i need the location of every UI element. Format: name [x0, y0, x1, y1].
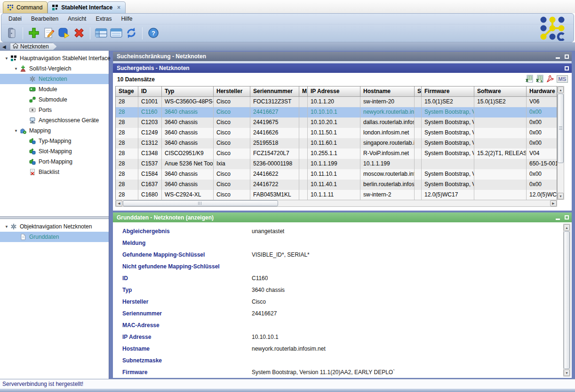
maximize-panel-icon[interactable] [565, 55, 569, 59]
tree-item-soll-ist-vergleich[interactable]: ▼Soll/Ist-Vergleich [0, 63, 109, 74]
tree-item-ports[interactable]: Ports [0, 105, 109, 115]
tab-stablenet-interface[interactable]: StableNet Interface × [48, 1, 126, 13]
tree-item-blacklist[interactable]: Blacklist [0, 167, 109, 177]
tree-item-netzknoten[interactable]: Netzknoten [0, 74, 109, 84]
menu-extras[interactable]: Extras [91, 14, 116, 24]
horizontal-scroll-thumb[interactable] [123, 200, 278, 206]
tree-item-objektnavigation-netzknoten[interactable]: ▼Objektnavigation Netzknoten [0, 221, 109, 232]
menu-ansicht[interactable]: Ansicht [64, 14, 90, 24]
help-button[interactable]: ? [146, 26, 161, 41]
minimize-panel-icon[interactable] [556, 219, 560, 220]
tree-item-angeschlossene-ger-te[interactable]: Angeschlossene Geräte [0, 115, 109, 125]
table-row[interactable]: 28C11603640 chassisCisco2441662710.10.10… [116, 107, 557, 118]
column-header-hostname[interactable]: Hostname [360, 86, 415, 97]
scroll-down-icon[interactable]: ▼ [558, 193, 564, 199]
pdf-export-icon[interactable] [546, 75, 554, 83]
table-view-button[interactable] [94, 26, 109, 41]
table-cell: Ixia [214, 159, 250, 169]
expand-caret-icon[interactable]: ▼ [12, 67, 20, 71]
vertical-scroll-thumb[interactable] [558, 94, 564, 163]
column-header-stage[interactable]: Stage [116, 86, 138, 97]
tree-item-grunddaten[interactable]: Grunddaten [0, 232, 109, 242]
vertical-scroll-thumb[interactable] [564, 231, 570, 369]
table-cell: 28 [116, 149, 138, 159]
maximize-panel-icon[interactable] [565, 66, 569, 71]
table-cell [415, 128, 422, 138]
excel-export-icon[interactable] [526, 75, 534, 83]
table-row[interactable]: 28C16373640 chassisCisco2441672210.11.40… [116, 180, 557, 190]
excel-csv-export-icon[interactable]: a [536, 75, 544, 83]
table-row[interactable]: 28C1348CISCO2951/K9CiscoFCZ154720L710.25… [116, 149, 557, 159]
tree-item-hauptnavigation-stablenet-interface[interactable]: ▼Hauptnavigation StableNet Interface [0, 53, 109, 63]
tree-item-typ-mapping[interactable]: Typ-Mapping [0, 136, 109, 146]
menu-bearbeiten[interactable]: Bearbeiten [27, 14, 63, 24]
field-row-nicht-gefundene-mapping-schl-ssel: Nicht gefundene Mapping-Schlüssel [122, 260, 560, 272]
main-navigation-tree: ▼Hauptnavigation StableNet Interface▼Sol… [0, 51, 109, 216]
menu-datei[interactable]: Datei [4, 14, 26, 24]
column-header-su[interactable]: Su [415, 86, 422, 97]
table-cell: 28 [116, 190, 138, 200]
delete-icon [73, 27, 85, 40]
table-cell [415, 97, 422, 107]
tree-item-slot-mapping[interactable]: Slot-Mapping [0, 146, 109, 157]
scroll-right-icon[interactable]: ▶ [550, 200, 557, 206]
expand-caret-icon[interactable]: ▼ [3, 56, 10, 61]
expand-caret-icon[interactable]: ▼ [3, 225, 10, 229]
table-row[interactable]: 28C1001WS-C3560G-48PS-SCiscoFOC1312Z3ST1… [116, 97, 557, 107]
table-row[interactable]: 28C13123640 chassisCisco2519551810.11.60… [116, 138, 557, 149]
table-cell: 10.11.50.1 [308, 128, 360, 138]
tab-command[interactable]: Command [3, 1, 48, 13]
add-button[interactable] [26, 26, 41, 41]
tree-item-label: Mapping [28, 127, 51, 134]
form-view-button[interactable] [109, 26, 124, 41]
column-header-seriennummer[interactable]: Seriennummer [250, 86, 299, 97]
column-header-hardware[interactable]: Hardware [527, 86, 558, 97]
field-label: Hersteller [122, 298, 252, 305]
refresh-button[interactable] [124, 26, 139, 41]
column-header-typ[interactable]: Typ [162, 86, 214, 97]
scroll-down-icon[interactable]: ▼ [564, 369, 570, 376]
table-cell: FOC1312Z3ST [250, 97, 299, 107]
horizontal-scrollbar[interactable]: ◀ ▶ [115, 200, 557, 207]
close-tab-icon[interactable]: × [117, 4, 120, 11]
back-arrow-icon[interactable]: ◀ [2, 44, 8, 49]
vertical-scrollbar[interactable]: ▲ ▼ [563, 224, 570, 376]
menu-hilfe[interactable]: Hilfe [117, 14, 136, 24]
tree-item-port-mapping[interactable]: Port-Mapping [0, 157, 109, 167]
table-row[interactable]: 28C15843640 chassisCisco2441662210.11.10… [116, 169, 557, 180]
tree-item-module[interactable]: Module [0, 84, 109, 94]
tree-item-submodule[interactable]: Submodule [0, 94, 109, 105]
table-cell: C1348 [138, 149, 162, 159]
panel-header-sucheinschraenkung[interactable]: Sucheinschränkung - Netzknoten [113, 52, 572, 61]
vertical-scrollbar[interactable]: ▲ ▼ [557, 86, 564, 200]
scroll-left-icon[interactable]: ◀ [116, 200, 122, 206]
expand-caret-icon[interactable]: ▼ [12, 129, 20, 133]
table-row[interactable]: 28C1680WS-C2924-XLCiscoFAB0453M1KL10.1.1… [116, 190, 557, 200]
column-header-hersteller[interactable]: Hersteller [214, 86, 250, 97]
column-header-m[interactable]: M [299, 86, 308, 97]
table-cell: Cisco [214, 169, 250, 180]
field-value: 10.10.10.1 [252, 334, 279, 340]
tree-item-mapping[interactable]: ▼Mapping [0, 125, 109, 136]
scroll-up-icon[interactable]: ▲ [558, 86, 564, 93]
scroll-up-icon[interactable]: ▲ [564, 224, 570, 231]
table-row[interactable]: 28C12493640 chassisCisco2441662610.11.50… [116, 128, 557, 138]
exit-button[interactable] [4, 26, 19, 41]
minimize-panel-icon[interactable] [556, 57, 560, 59]
table-cell: 3640 chassis [162, 128, 214, 138]
panel-header-suchergebnis[interactable]: Suchergebnis - Netzknoten [113, 63, 572, 73]
column-header-id[interactable]: ID [138, 86, 162, 97]
delete-button[interactable] [72, 26, 87, 41]
panel-header-grunddaten[interactable]: Grunddaten - Netzknoten (anzeigen) [113, 212, 572, 222]
ms-export-button[interactable]: MS [557, 75, 568, 83]
table-row[interactable]: 28C12033640 chassisCisco2441967510.10.20… [116, 118, 557, 128]
breadcrumb-item-netzknoten[interactable]: Netzknoten [10, 43, 57, 50]
edit-button[interactable] [41, 26, 56, 41]
field-value: C1160 [252, 275, 268, 282]
table-row[interactable]: 28C1537Anue 5236 Net Tool CIxia5236-0000… [116, 159, 557, 169]
column-header-ip-adresse[interactable]: IP Adresse [308, 86, 360, 97]
run-button[interactable] [56, 26, 72, 41]
column-header-software[interactable]: Software [474, 86, 527, 97]
column-header-firmware[interactable]: Firmware [422, 86, 474, 97]
maximize-panel-icon[interactable] [565, 215, 569, 220]
